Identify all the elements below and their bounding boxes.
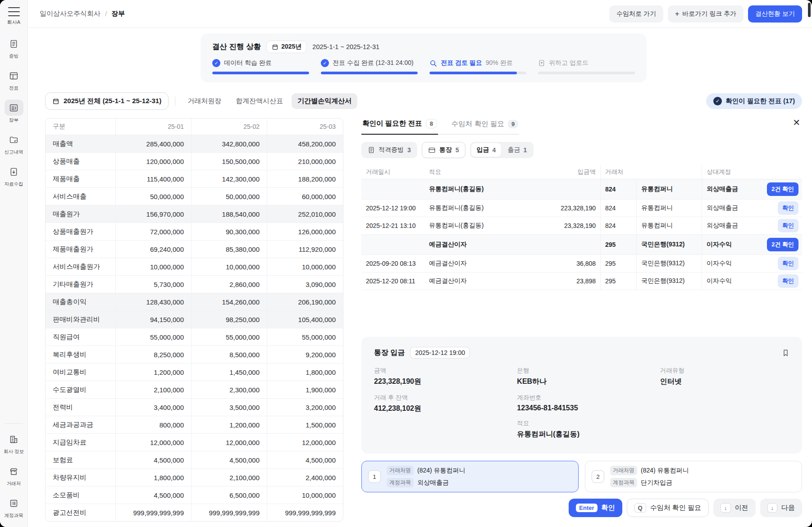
topbar-actions: 수임처로 가기 + 바로가기 링크 추가 결산현황 보기 [609,5,802,23]
voucher-row[interactable]: 2025-12-12 19:00 유통컴퍼니(홍길동) 223,328,190 … [361,200,802,217]
sidebar-item-accounts[interactable]: 계정과목 [5,495,23,519]
voucher-table-header: 거래일시 적요 입금액 거래처 상대계정 [361,165,802,179]
confirm-button[interactable]: 2건 확인 [767,182,798,196]
view-closing-status-button[interactable]: 결산현황 보기 [748,5,802,23]
client-confirm-needed-button[interactable]: Q 수임처 확인 필요 [627,499,709,517]
confirm-button[interactable]: 확인 [778,201,798,215]
table-row: 매출액 285,400,000 342,800,000 458,200,000 [46,135,343,152]
chip-qualified-evidence[interactable]: 적격증빙 3 [361,142,417,158]
suggestion-option-1[interactable]: 1 거래처명 (824) 유통컴퍼니 계정과목 외상매출금 [361,461,579,492]
voucher-table: 거래일시 적요 입금액 거래처 상대계정 [361,165,802,290]
chip-bankbook[interactable]: 통장 5 [422,142,465,158]
topbar: 일이삼사오주식회사 / 장부 수임처로 가기 + 바로가기 링크 추가 결산현황… [28,0,812,28]
chip-deposit[interactable]: 입금 4 [471,143,502,157]
check-circle-icon: ✓ [212,59,220,67]
vendor-value: (824) 유통컴퍼니 [641,467,689,475]
table-row: 전력비 3,400,000 3,500,000 3,200,000 [46,398,343,416]
progress-steps: ✓데이터 학습 완료 ✓전표 수집 완료 (12-31 24:00) 전표 검토… [212,59,635,74]
detail-type-label: 통장 입금 [374,348,405,358]
count-badge: 9 [508,120,518,128]
breadcrumb: 일이삼사오주식회사 / 장부 [40,9,125,18]
option-number: 1 [368,470,381,483]
review-needed-badge[interactable]: ✓ 확인이 필요한 전표 (17) [706,93,802,109]
menu-icon[interactable] [8,7,20,16]
confirm-button[interactable]: 확인 [778,274,798,288]
breadcrumb-company[interactable]: 일이삼사오주식회사 [40,9,100,18]
previous-button[interactable]: ↓ 이전 [713,499,756,517]
table-row: 기타매출원가 5,730,000 2,860,000 3,090,000 [46,275,343,293]
enter-keycap: Enter [576,504,597,512]
file-download-icon [5,164,23,180]
filter-chips: 적격증빙 3 통장 5 입금 4 [361,142,802,158]
goto-client-button[interactable]: 수임처로 가기 [609,5,663,23]
arrow-down-keycap: ↓ [721,503,731,513]
tab-periodic-income-statement[interactable]: 기간별손익계산서 [292,93,357,109]
sidebar-item-vendors[interactable]: 거래처 [5,463,23,487]
table-row: 매출원가 156,970,000 188,540,000 252,010,000 [46,205,343,223]
step-voucher-collection: ✓전표 수집 완료 (12-31 24:00) [321,59,418,74]
confirm-button[interactable]: 확인 [778,257,798,270]
table-row: 판매비와관리비 94,150,000 98,250,000 105,400,00… [46,310,343,328]
bookmark-icon[interactable] [782,349,789,357]
tab-vendor-ledger[interactable]: 거래처원장 [182,93,227,109]
table-row: 제품매출 115,400,000 142,300,000 188,200,000 [46,170,343,187]
voucher-row[interactable]: 2025-12-21 13:10 유통컴퍼니(홍길동) 23,328,190 8… [361,217,802,235]
closing-progress-card: 결산 진행 상황 2025년 2025-1-1 ~ 2025-12-31 ✓데이… [201,33,647,82]
table-row: 매출총이익 128,430,000 154,260,000 206,190,00… [46,293,343,310]
chip-withdrawal[interactable]: 출금 1 [502,143,532,157]
close-icon[interactable]: ✕ [791,118,802,127]
sidebar-item-ledger[interactable]: 장부 [5,100,23,123]
table-icon [5,68,23,84]
detail-datetime-chip[interactable]: 2025-12-12 19:00 [410,347,470,359]
table-row: 보험료 4,500,000 4,500,000 4,500,000 [46,451,343,468]
file-upload-icon [538,59,545,67]
tab-vouchers-to-confirm[interactable]: 확인이 필요한 전표 8 [361,118,438,135]
add-shortcut-button[interactable]: + 바로가기 링크 추가 [668,5,744,23]
table-row: 상품매출 120,000,000 150,500,000 210,000,000 [46,152,343,170]
ledger-tabs: 거래처원장 합계잔액시산표 기간별손익계산서 [182,93,357,109]
table-row: 광고선전비 999,999,999,999 999,999,999,999 99… [46,504,343,521]
scrollbar-thumb[interactable] [808,3,811,17]
table-row: 상품매출원가 72,000,000 90,300,000 126,000,000 [46,223,343,240]
q-keycap: Q [634,503,646,513]
account-tag: 계정과목 [387,478,414,487]
period-selector[interactable]: 2025년 전체 (25-1-1 ~ 25-12-31) [45,92,169,110]
sidebar-item-evidence[interactable]: 증빙 [5,36,23,59]
next-button[interactable]: ↓ 다음 [760,499,803,517]
voucher-row[interactable]: 예금결산이자 295 국민은행(9312) 이자수익 2건 확인 [361,235,802,255]
field-amount: 금액 223,328,190원 [374,367,503,386]
bank-card-icon [428,146,436,154]
suggestion-options: 1 거래처명 (824) 유통컴퍼니 계정과목 외상매출금 [361,461,802,492]
table-row: 세금과공과금 800,000 1,200,000 1,500,000 [46,416,343,433]
sidebar-item-company-info[interactable]: 회사 정보 [4,431,24,455]
table-row: 직원급여 55,000,000 55,000,000 55,000,000 [46,328,343,345]
voucher-row[interactable]: 유통컴퍼니(홍길동) 824 유통컴퍼니 외상매출금 2건 확인 [361,179,802,200]
progress-title: 결산 진행 상황 [212,42,261,52]
field-account-number: 계좌번호 123456-81-841535 [517,394,646,412]
voucher-row[interactable]: 2025-12-20 08:11 예금결산이자 23,898 295 국민은행(… [361,273,802,290]
tab-client-confirmation-needed[interactable]: 수임처 확인 필요 9 [451,118,519,135]
field-balance-after: 거래 후 잔액 412,238,102원 [374,394,503,413]
voucher-row[interactable]: 2025-09-20 08:13 예금결산이자 36,808 295 국민은행(… [361,255,802,273]
table-row: 지급임차료 12,000,000 12,000,000 12,000,000 [46,433,343,451]
confirm-button[interactable]: 확인 [778,219,798,232]
suggestion-option-2[interactable]: 2 거래처명 (824) 유통컴퍼니 계정과목 단기차입금 [585,461,802,492]
review-tabs: 확인이 필요한 전표 8 수임처 확인 필요 9 [361,118,519,135]
filter-row: 2025년 전체 (25-1-1 ~ 25-12-31) 거래처원장 합계잔액시… [45,92,802,110]
account-tag: 계정과목 [610,478,637,487]
year-selector[interactable]: 2025년 [266,41,307,53]
sidebar-item-voucher[interactable]: 전표 [5,68,23,91]
confirm-button[interactable]: 2건 확인 [767,238,798,251]
check-circle-icon: ✓ [321,59,329,67]
table-header-row: 구분 25-01 25-02 25-03 [46,118,343,135]
field-transaction-type: 거래유형 인터넷 [660,367,789,386]
step-wehago-upload: 위하고 업로드 [538,59,635,74]
tab-trial-balance[interactable]: 합계잔액시산표 [230,93,289,109]
sidebar-item-collection[interactable]: 자료수집 [5,164,23,187]
sidebar-item-filings[interactable]: 신고내역 [5,132,23,155]
table-row: 차량유지비 1,800,000 2,100,000 2,400,000 [46,468,343,486]
document-icon [368,146,375,154]
receipt-icon [5,36,23,52]
content: 결산 진행 상황 2025년 2025-1-1 ~ 2025-12-31 ✓데이… [28,28,812,527]
enter-confirm-button[interactable]: Enter 확인 [569,499,622,517]
